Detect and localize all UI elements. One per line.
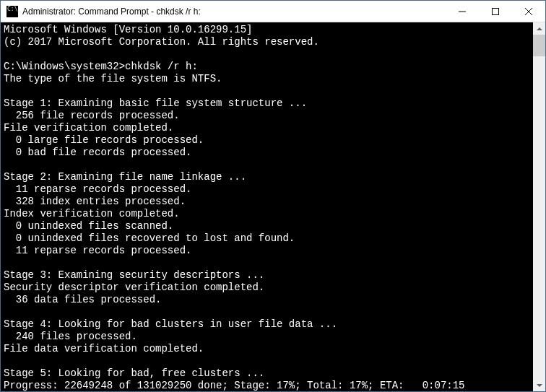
scrollbar-thumb[interactable] [533,35,545,56]
cmd-icon [6,6,18,17]
svg-rect-1 [493,8,499,14]
close-button[interactable] [512,1,545,22]
console-output[interactable]: Microsoft Windows [Version 10.0.16299.15… [1,22,533,391]
console-area: Microsoft Windows [Version 10.0.16299.15… [1,22,545,391]
chevron-up-icon [537,27,542,30]
maximize-button[interactable] [479,1,512,22]
close-icon [525,8,532,15]
scroll-down-button[interactable] [533,379,545,391]
window-titlebar: Administrator: Command Prompt - chkdsk /… [1,1,545,22]
minimize-icon [459,8,466,15]
window-title: Administrator: Command Prompt - chkdsk /… [22,6,446,17]
scrollbar-track[interactable] [533,35,545,379]
chevron-down-icon [537,384,542,387]
minimize-button[interactable] [446,1,479,22]
scroll-up-button[interactable] [533,22,545,35]
window-controls [446,1,545,22]
maximize-icon [492,8,499,15]
vertical-scrollbar[interactable] [533,22,545,391]
